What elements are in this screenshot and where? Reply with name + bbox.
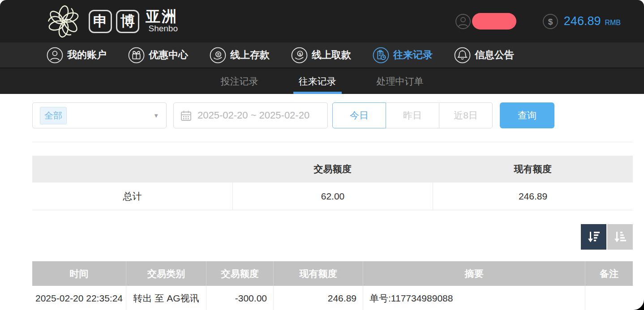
records-header-amount: 交易额度: [206, 261, 273, 286]
range-button-yesterday[interactable]: 昨日: [386, 102, 439, 128]
nav-item-records[interactable]: 往来记录: [373, 47, 433, 64]
nav-item-label: 线上存款: [230, 48, 270, 62]
calendar-icon: [180, 110, 192, 122]
type-select-value: 全部: [40, 107, 67, 124]
logo-brand-text: Shenbo: [148, 24, 178, 34]
records-table: 时间 交易类别 交易额度 现有额度 摘要 备注 2025-02-20 22:35…: [32, 261, 633, 310]
sort-descending-icon: [586, 229, 601, 245]
sort-descending-button[interactable]: [581, 224, 606, 250]
records-header-time: 时间: [32, 261, 126, 286]
balance-amount: 246.89: [564, 14, 601, 28]
records-table-header: 时间 交易类别 交易额度 现有额度 摘要 备注: [32, 261, 633, 286]
record-remark: [585, 286, 633, 310]
avatar-icon[interactable]: [455, 13, 471, 30]
summary-header-transaction-amount: 交易额度: [232, 156, 433, 183]
search-button[interactable]: 查询: [500, 102, 554, 128]
table-row: 2025-02-20 22:35:24 转出 至 AG视讯 -300.00 24…: [32, 286, 633, 310]
records-header-remark: 备注: [585, 261, 633, 286]
nav-item-label: 线上取款: [312, 48, 351, 62]
record-amount: -300.00: [206, 286, 273, 310]
balance-currency: RMB: [605, 16, 621, 27]
nav-item-label: 往来记录: [393, 48, 433, 62]
summary-header-blank: [32, 156, 232, 183]
date-range-value: 2025-02-20 ~ 2025-02-20: [197, 110, 309, 121]
chevron-down-icon: ▼: [153, 112, 159, 119]
record-balance: 246.89: [273, 286, 363, 310]
filter-row: 全部 ▼ 2025-02-20 ~ 2025-02-20 今日 昨日 近8日 查…: [32, 102, 644, 128]
nav-item-label: 信息公告: [475, 48, 514, 62]
records-icon: [373, 47, 389, 64]
window-corner-decoration: [633, 299, 644, 310]
nav-item-label: 我的账户: [67, 48, 107, 62]
sort-controls: [0, 224, 633, 250]
main-nav: 我的账户 优惠中心 线上存款 $ 线上取款: [0, 42, 644, 68]
gift-icon: [128, 47, 145, 64]
type-select[interactable]: 全部 ▼: [32, 102, 167, 128]
record-category: 转出 至 AG视讯: [126, 286, 206, 310]
nav-item-deposit[interactable]: 线上存款: [210, 47, 270, 64]
logo-char-box-1: 申: [89, 10, 112, 33]
svg-text:$: $: [548, 17, 553, 26]
site-logo[interactable]: 申 博 亚洲 Shenbo: [44, 2, 178, 41]
tab-transaction-records[interactable]: 往来记录: [293, 68, 342, 94]
username-pill[interactable]: [472, 13, 516, 30]
svg-text:$: $: [299, 51, 301, 56]
withdraw-icon: $: [291, 47, 308, 64]
flower-logo-icon: [44, 2, 83, 41]
record-summary: 单号:117734989088: [363, 286, 585, 310]
summary-table-header: 交易额度 现有额度: [32, 156, 633, 183]
summary-transaction-amount-value: 62.00: [232, 183, 433, 210]
section-divider: [32, 142, 633, 142]
tab-betting-records[interactable]: 投注记录: [215, 68, 264, 94]
balance-group[interactable]: $ 246.89 RMB: [542, 13, 621, 30]
summary-total-label: 总计: [32, 183, 232, 210]
logo-region-text: 亚洲: [146, 9, 178, 25]
nav-item-my-account[interactable]: 我的账户: [47, 47, 107, 64]
range-button-today[interactable]: 今日: [332, 102, 386, 128]
nav-item-withdraw[interactable]: $ 线上取款: [291, 47, 351, 64]
quick-range-group: 今日 昨日 近8日: [332, 102, 493, 128]
summary-table: 交易额度 现有额度 总计 62.00 246.89: [32, 156, 633, 210]
date-range-input[interactable]: 2025-02-20 ~ 2025-02-20: [173, 102, 328, 128]
records-header-balance: 现有额度: [273, 261, 363, 286]
user-icon: [47, 47, 63, 64]
dollar-icon: $: [542, 13, 558, 30]
bell-icon: [454, 47, 471, 64]
nav-item-promotions[interactable]: 优惠中心: [128, 47, 188, 64]
tab-processing-orders[interactable]: 处理中订单: [371, 68, 429, 94]
sort-ascending-icon: [613, 229, 628, 245]
sub-nav: 投注记录 往来记录 处理中订单: [0, 68, 644, 94]
sort-ascending-button[interactable]: [607, 224, 633, 250]
nav-item-announcements[interactable]: 信息公告: [454, 47, 514, 64]
nav-item-label: 优惠中心: [149, 48, 188, 62]
deposit-icon: [210, 47, 226, 64]
logo-char-box-2: 博: [116, 10, 139, 33]
records-header-category: 交易类别: [126, 261, 206, 286]
summary-header-current-balance: 现有额度: [433, 156, 633, 183]
summary-current-balance-value: 246.89: [433, 183, 633, 210]
range-button-last-8-days[interactable]: 近8日: [439, 102, 493, 128]
record-time: 2025-02-20 22:35:24: [32, 286, 126, 310]
top-header: 申 博 亚洲 Shenbo $ 246.89 RMB: [0, 0, 644, 42]
summary-total-row: 总计 62.00 246.89: [32, 183, 633, 210]
records-header-summary: 摘要: [363, 261, 585, 286]
